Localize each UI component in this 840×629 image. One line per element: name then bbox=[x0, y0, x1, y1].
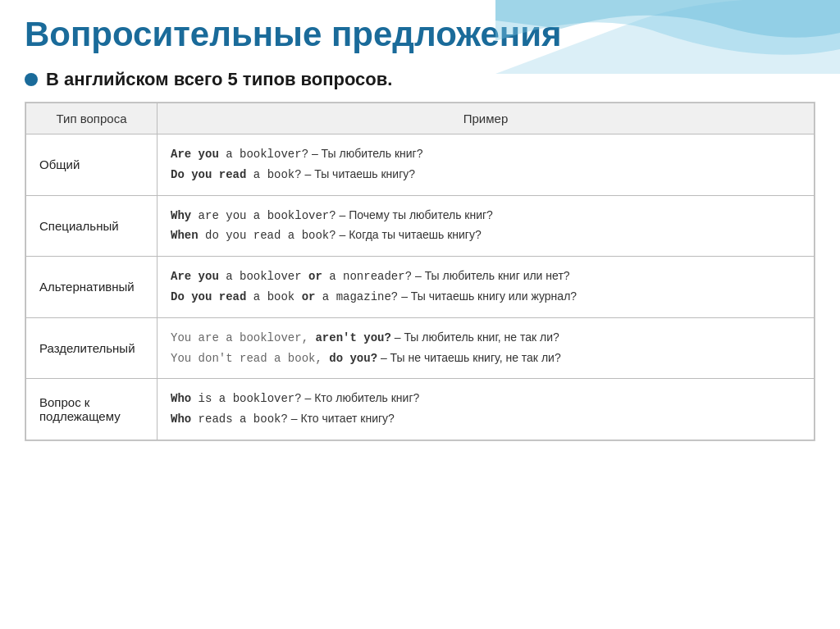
table-row: Вопрос к подлежащему Who is a booklover?… bbox=[26, 379, 815, 440]
subtitle-text: В английском всего 5 типов вопросов. bbox=[46, 69, 392, 90]
type-cell: Специальный bbox=[26, 195, 158, 257]
type-cell: Разделительный bbox=[26, 317, 158, 379]
example-cell: Are you a booklover or a nonreader? – Ты… bbox=[158, 257, 815, 318]
table-header-row: Тип вопроса Пример bbox=[26, 103, 815, 134]
bullet-icon bbox=[25, 73, 38, 86]
type-cell: Альтернативный bbox=[26, 257, 158, 318]
type-cell: Вопрос к подлежащему bbox=[26, 379, 158, 440]
table-row: Альтернативный Are you a booklover or a … bbox=[26, 257, 815, 318]
col1-header: Тип вопроса bbox=[26, 103, 158, 134]
type-cell: Общий bbox=[26, 134, 158, 196]
example-cell: Who is a booklover? – Кто любитель книг?… bbox=[158, 379, 815, 440]
table-row: Специальный Why are you a booklover? – П… bbox=[26, 195, 815, 257]
table-row: Общий Are you a booklover? – Ты любитель… bbox=[26, 134, 815, 196]
page-title: Вопросительные предложения bbox=[0, 0, 840, 62]
example-cell: You are a booklover, aren't you? – Ты лю… bbox=[158, 317, 815, 379]
example-cell: Are you a booklover? – Ты любитель книг?… bbox=[158, 134, 815, 196]
subtitle-section: В английском всего 5 типов вопросов. bbox=[0, 62, 840, 102]
table-row: Разделительный You are a booklover, aren… bbox=[26, 317, 815, 379]
main-table-container: Тип вопроса Пример Общий Are you a bookl… bbox=[25, 102, 815, 441]
col2-header: Пример bbox=[158, 103, 815, 134]
questions-table: Тип вопроса Пример Общий Are you a bookl… bbox=[25, 103, 815, 440]
example-cell: Why are you a booklover? – Почему ты люб… bbox=[158, 195, 815, 257]
